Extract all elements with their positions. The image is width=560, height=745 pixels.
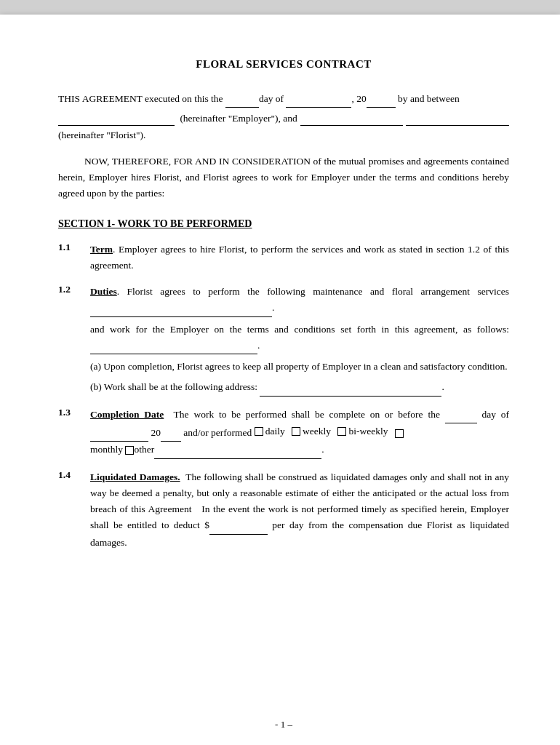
- section-1-3-label: Completion Date: [90, 409, 164, 420]
- page-number: - 1 –: [58, 719, 509, 730]
- florist-label: (hereinafter "Florist").: [58, 127, 509, 143]
- other-checkbox[interactable]: [125, 446, 134, 455]
- now-therefore-para: NOW, THEREFORE, FOR AND IN CONSIDERATION…: [58, 154, 509, 202]
- section-1-2-suba: (a) Upon completion, Florist agrees to k…: [90, 359, 509, 375]
- section-1-4-label: Liquidated Damages.: [90, 471, 180, 482]
- section-1-1-label: Term: [90, 244, 113, 255]
- weekly-label: weekly: [303, 423, 331, 439]
- employer-line: (hereinafter "Employer"), and: [58, 111, 509, 127]
- section-1-4-content: Liquidated Damages. The following shall …: [90, 469, 509, 551]
- section-1-2-num: 1.2: [58, 284, 90, 295]
- section-1-3-content: Completion Date The work to be performed…: [90, 407, 509, 459]
- daily-checkbox-group: daily: [255, 423, 285, 439]
- monthly-checkbox[interactable]: [395, 429, 404, 438]
- section-1-1: 1.1 Term. Employer agrees to hire Floris…: [58, 242, 509, 274]
- weekly-checkbox-group: weekly: [292, 423, 331, 439]
- daily-label: daily: [265, 423, 285, 439]
- document-page: FLORAL SERVICES CONTRACT THIS AGREEMENT …: [0, 15, 560, 745]
- section-1-4: 1.4 Liquidated Damages. The following sh…: [58, 469, 509, 551]
- biweekly-label: bi-weekly: [348, 423, 388, 439]
- intro-text-start: THIS AGREEMENT executed on this the day …: [58, 93, 460, 104]
- section1-heading: SECTION 1- WORK TO BE PERFORMED: [58, 218, 509, 230]
- daily-checkbox[interactable]: [255, 427, 263, 436]
- weekly-checkbox[interactable]: [292, 427, 300, 436]
- monthly-label: monthly: [90, 444, 123, 455]
- section-1-3: 1.3 Completion Date The work to be perfo…: [58, 407, 509, 459]
- biweekly-checkbox[interactable]: [337, 427, 346, 436]
- other-label: other: [134, 444, 154, 455]
- section-1-2-subb: (b) Work shall be at the following addre…: [90, 379, 509, 396]
- section-1-2: 1.2 Duties. Florist agrees to perform th…: [58, 284, 509, 397]
- section-1-1-num: 1.1: [58, 242, 90, 253]
- section-1-2-label: Duties: [90, 286, 117, 297]
- intro-line1: THIS AGREEMENT executed on this the day …: [58, 91, 509, 108]
- section-1-1-content: Term. Employer agrees to hire Florist, t…: [90, 242, 509, 274]
- document-title: FLORAL SERVICES CONTRACT: [58, 58, 509, 71]
- biweekly-checkbox-group: bi-weekly: [337, 423, 388, 439]
- section-1-2-subpara1: and work for the Employer on the terms a…: [90, 322, 509, 355]
- section-1-4-num: 1.4: [58, 469, 90, 481]
- section-1-3-num: 1.3: [58, 407, 90, 418]
- section-1-2-content: Duties. Florist agrees to perform the fo…: [90, 284, 509, 397]
